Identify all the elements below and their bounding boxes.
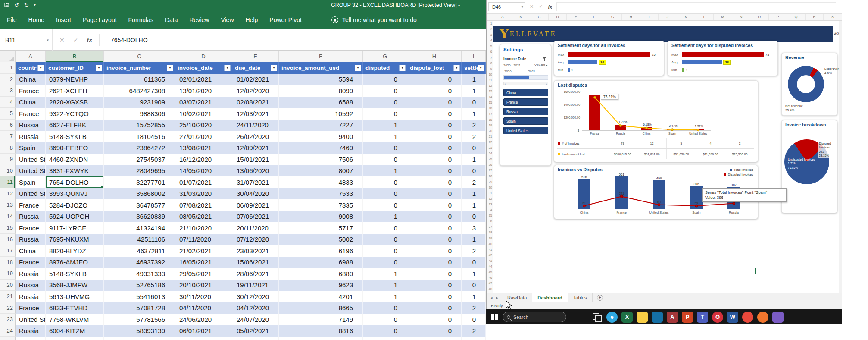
column-header-I[interactable]: I: [640, 14, 659, 20]
cell-D17[interactable]: 21/02/2021: [175, 245, 232, 257]
row-number-33[interactable]: 33: [487, 201, 493, 207]
cell-E2[interactable]: 01/02/2021: [232, 74, 279, 85]
row-number-38[interactable]: 38: [487, 230, 493, 235]
cell-F19[interactable]: 6880: [279, 268, 363, 280]
filter-button-icon[interactable]: ▾: [453, 65, 460, 71]
cell-H20[interactable]: 0: [407, 280, 462, 291]
row-number-2[interactable]: 2: [0, 74, 16, 85]
slicer-item-france[interactable]: France: [503, 98, 548, 106]
taskbar-app-microsoft-store-icon[interactable]: [652, 312, 663, 323]
cell-B18[interactable]: 8976-AMJEO: [46, 257, 104, 268]
cell-E24[interactable]: 05/02/2021: [232, 325, 279, 337]
cell-C4[interactable]: 9231909: [104, 97, 175, 108]
cell[interactable]: [232, 337, 279, 340]
sheet-tab-tables[interactable]: Tables: [568, 293, 593, 302]
cell-E11[interactable]: 31/07/2021: [232, 176, 279, 188]
cell-E15[interactable]: 20/11/2020: [232, 222, 279, 234]
cell-G2[interactable]: 0: [363, 74, 407, 85]
timeline-slider[interactable]: [503, 75, 548, 80]
cell-I21[interactable]: 1: [462, 291, 486, 302]
row-number-31[interactable]: 31: [487, 190, 493, 196]
cell-C2[interactable]: 611365: [104, 74, 175, 85]
row-number-22[interactable]: 22: [0, 302, 16, 314]
row-number-19[interactable]: 19: [0, 268, 16, 280]
cell-G24[interactable]: 0: [363, 325, 407, 337]
cell-A15[interactable]: France: [16, 222, 46, 234]
cell-I2[interactable]: 1: [462, 74, 486, 85]
slicer-item-united-states[interactable]: United States: [503, 127, 548, 134]
row-number-35[interactable]: 35: [487, 213, 493, 218]
row-number-43[interactable]: 43: [487, 258, 493, 264]
column-header-A[interactable]: A: [493, 14, 512, 20]
column-header-E[interactable]: E: [567, 14, 585, 20]
taskbar-app-firefox-icon[interactable]: [757, 312, 768, 323]
cell[interactable]: [462, 337, 486, 340]
rw-name-box-dropdown-icon[interactable]: ▾: [521, 5, 523, 9]
filter-button-icon[interactable]: ▾: [224, 65, 231, 71]
cell-C22[interactable]: 57081728: [104, 302, 175, 314]
cell-C10[interactable]: 28049695: [104, 165, 175, 177]
row-number-29[interactable]: 29: [487, 179, 493, 185]
column-header-G[interactable]: G: [603, 14, 622, 20]
cell-A5[interactable]: France: [16, 108, 46, 120]
cancel-icon[interactable]: ✕: [59, 37, 65, 44]
filter-button-icon[interactable]: ▾: [478, 65, 484, 71]
active-cell[interactable]: [755, 268, 768, 274]
cell-I3[interactable]: 1: [462, 85, 486, 97]
cell-H18[interactable]: 0: [407, 257, 462, 268]
taskbar-app-teams-icon[interactable]: T: [697, 312, 708, 323]
cell-H5[interactable]: 0: [407, 108, 462, 120]
ribbon-tab-review[interactable]: Review: [190, 16, 209, 23]
row-number-1[interactable]: 1: [487, 21, 493, 26]
cell-I8[interactable]: 0: [462, 142, 486, 154]
cell-I13[interactable]: 1: [462, 199, 486, 211]
cell-D7[interactable]: 27/01/2020: [175, 131, 232, 142]
data-table-cell[interactable]: $556,815.00: [608, 149, 637, 159]
cell-B15[interactable]: 9117-LYRCE: [46, 222, 104, 234]
settings-link[interactable]: Settings: [503, 47, 523, 52]
cell-B22[interactable]: 6833-ETVHD: [46, 302, 104, 314]
cell[interactable]: [279, 337, 363, 340]
cell-I20[interactable]: 0: [462, 280, 486, 291]
ribbon-tab-file[interactable]: File: [7, 16, 17, 23]
cell-A2[interactable]: China: [16, 74, 46, 85]
cell-H15[interactable]: 0: [407, 222, 462, 234]
rw-insert-function-icon[interactable]: fx: [548, 4, 552, 9]
cell-G3[interactable]: 0: [363, 85, 407, 97]
cell-F8[interactable]: 7469: [279, 142, 363, 154]
cell-C16[interactable]: 42511106: [104, 234, 175, 246]
cell-B4[interactable]: 2820-XGXSB: [46, 97, 104, 108]
sheet-tab-dashboard[interactable]: Dashboard: [532, 293, 568, 302]
cell-I19[interactable]: 1: [462, 268, 486, 280]
cell-I17[interactable]: 2: [462, 245, 486, 257]
cell-F14[interactable]: 9008: [279, 211, 363, 223]
row-number-13[interactable]: 13: [487, 88, 493, 94]
taskbar-app-access-icon[interactable]: A: [667, 312, 678, 323]
rw-enter-icon[interactable]: ✓: [539, 4, 543, 9]
cell-C8[interactable]: 23864272: [104, 142, 175, 154]
ribbon-tab-help[interactable]: Help: [246, 16, 258, 23]
header-settled[interactable]: settled▾: [462, 62, 486, 74]
ribbon-tab-page-layout[interactable]: Page Layout: [83, 16, 117, 23]
row-number-4[interactable]: 4: [0, 97, 16, 108]
cell-F11[interactable]: 4833: [279, 176, 363, 188]
cell-H22[interactable]: 0: [407, 302, 462, 314]
filter-button-icon[interactable]: ▾: [167, 65, 173, 71]
cell-H11[interactable]: 0: [407, 176, 462, 188]
cell-D3[interactable]: 13/01/2020: [175, 85, 232, 97]
cell-C6[interactable]: 15752855: [104, 120, 175, 131]
row-number-9[interactable]: 9: [487, 66, 493, 72]
row-number-14[interactable]: 14: [0, 211, 16, 223]
cell-H4[interactable]: 0: [407, 97, 462, 108]
timeline-selection[interactable]: [504, 76, 529, 79]
cell-E5[interactable]: 12/03/2021: [232, 108, 279, 120]
column-header-K[interactable]: K: [677, 14, 696, 20]
cell-B8[interactable]: 8690-EEBEO: [46, 142, 104, 154]
filter-button-icon[interactable]: ▾: [37, 65, 44, 71]
row-number-45[interactable]: 45: [487, 269, 493, 275]
cell-G17[interactable]: 0: [363, 245, 407, 257]
cell-H7[interactable]: 0: [407, 131, 462, 142]
timeline-scrollbar[interactable]: [503, 82, 548, 85]
row-number-27[interactable]: 27: [487, 167, 493, 173]
cell-F2[interactable]: 5594: [279, 74, 363, 85]
